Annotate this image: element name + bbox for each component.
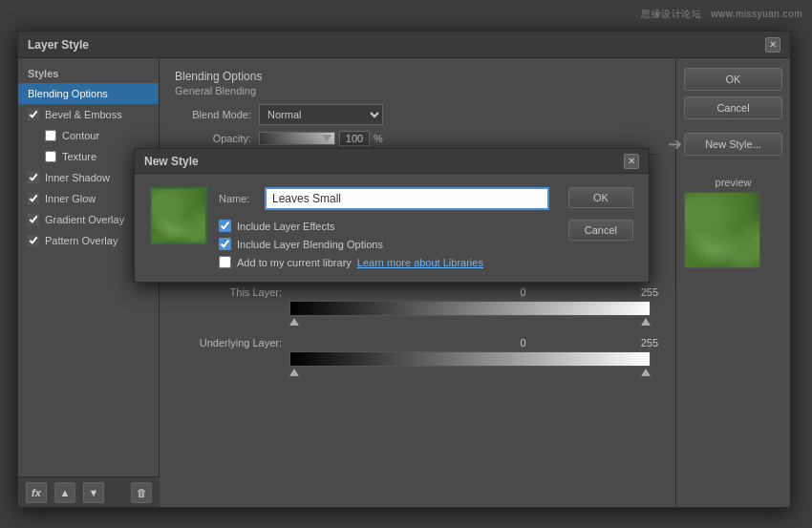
opacity-unit: %	[374, 133, 383, 144]
blending-options-title: Blending Options	[175, 70, 660, 83]
pattern-overlay-label: Pattern Overlay	[45, 235, 118, 246]
this-layer-track[interactable]	[289, 301, 651, 316]
texture-label: Texture	[62, 151, 96, 162]
this-layer-min: 0	[521, 286, 526, 298]
inner-shadow-label: Inner Shadow	[45, 172, 110, 183]
underlying-layer-max: 255	[641, 337, 658, 348]
name-input[interactable]	[265, 187, 549, 210]
underlying-layer-handle-right[interactable]	[641, 369, 651, 376]
include-layer-blending-row: Include Layer Blending Options	[219, 238, 549, 250]
name-row: Name:	[219, 187, 549, 210]
blend-mode-select[interactable]: Normal Dissolve Multiply Screen Overlay	[259, 104, 383, 125]
down-arrow-icon: ▼	[89, 487, 99, 498]
this-layer-track-container	[289, 301, 651, 316]
sidebar-item-blending-options[interactable]: Blending Options	[18, 83, 159, 104]
include-layer-blending-label: Include Layer Blending Options	[237, 239, 383, 250]
new-style-titlebar: New Style ✕	[135, 149, 649, 174]
contour-checkbox[interactable]	[45, 130, 56, 141]
blend-mode-row: Blend Mode: Normal Dissolve Multiply Scr…	[175, 104, 660, 125]
up-arrow-icon: ▲	[60, 487, 71, 498]
delete-button[interactable]: 🗑	[131, 482, 152, 503]
new-style-button[interactable]: New Style...	[684, 133, 782, 156]
preview-thumbnail	[684, 192, 760, 268]
add-to-library-checkbox[interactable]	[219, 256, 231, 268]
this-layer-row: This Layer: 0 255	[175, 286, 660, 326]
this-layer-handle-right[interactable]	[641, 318, 651, 326]
underlying-layer-row: Underlying Layer: 0 255	[175, 337, 660, 376]
opacity-label: Opacity:	[175, 133, 251, 144]
this-layer-handle-left[interactable]	[289, 318, 299, 326]
inner-glow-checkbox[interactable]	[28, 193, 39, 204]
pattern-overlay-checkbox[interactable]	[28, 235, 39, 246]
sidebar: Styles Blending Options Bevel & Emboss C…	[18, 58, 160, 507]
inner-glow-label: Inner Glow	[45, 193, 96, 204]
new-style-btn-group: OK Cancel	[568, 187, 633, 268]
new-style-cancel-button[interactable]: Cancel	[568, 220, 633, 241]
underlying-layer-min: 0	[521, 337, 526, 348]
bottom-toolbar: fx ▲ ▼ 🗑	[18, 476, 160, 507]
general-blending-subtitle: General Blending	[175, 85, 660, 96]
preview-section: preview	[684, 177, 782, 268]
new-style-title: New Style	[144, 155, 199, 168]
fx-icon: fx	[32, 487, 41, 498]
underlying-layer-label-row: Underlying Layer: 0 255	[175, 337, 660, 348]
move-up-button[interactable]: ▲	[54, 482, 75, 503]
new-style-thumbnail	[150, 187, 207, 244]
bevel-emboss-label: Bevel & Emboss	[45, 109, 122, 120]
cancel-button[interactable]: Cancel	[684, 96, 782, 119]
preview-leaves-image	[685, 193, 759, 267]
opacity-container: %	[259, 131, 383, 146]
bevel-emboss-checkbox[interactable]	[28, 109, 39, 120]
move-down-button[interactable]: ▼	[83, 482, 104, 503]
gradient-overlay-checkbox[interactable]	[28, 214, 39, 225]
underlying-layer-label: Underlying Layer:	[177, 337, 282, 348]
gradient-overlay-label: Gradient Overlay	[45, 214, 124, 225]
opacity-input[interactable]	[339, 131, 370, 146]
underlying-layer-track-container	[289, 351, 651, 367]
trash-icon: 🗑	[137, 487, 147, 498]
sidebar-item-contour[interactable]: Contour	[18, 125, 159, 146]
opacity-slider-thumb	[322, 135, 331, 142]
name-label: Name:	[219, 193, 257, 204]
new-style-body: Name: Include Layer Effects Include Laye…	[135, 174, 649, 282]
this-layer-values: 0 255	[521, 286, 658, 298]
blending-options-label: Blending Options	[28, 88, 108, 99]
sidebar-item-bevel-emboss[interactable]: Bevel & Emboss	[18, 104, 159, 125]
underlying-layer-handle-left[interactable]	[289, 369, 299, 376]
new-style-arrow-icon: ➔	[668, 134, 682, 155]
new-style-close-button[interactable]: ✕	[624, 154, 639, 169]
underlying-layer-track[interactable]	[289, 351, 651, 367]
this-layer-max: 255	[641, 286, 658, 298]
include-layer-effects-label: Include Layer Effects	[237, 221, 335, 232]
close-button[interactable]: ✕	[765, 37, 780, 53]
main-content: Blending Options General Blending Blend …	[160, 58, 675, 507]
dialog-body: Styles Blending Options Bevel & Emboss C…	[18, 58, 790, 507]
new-style-dialog: New Style ✕ Name: Include Layer Effects …	[134, 148, 650, 283]
include-layer-blending-checkbox[interactable]	[219, 238, 231, 250]
texture-checkbox[interactable]	[45, 151, 56, 162]
right-panel: OK Cancel ➔ New Style... preview	[675, 58, 790, 507]
sidebar-styles-label: Styles	[18, 64, 159, 83]
watermark: 思缘设计论坛 www.missyuan.com	[641, 8, 802, 21]
this-layer-label-row: This Layer: 0 255	[175, 286, 660, 298]
new-style-form: Name: Include Layer Effects Include Laye…	[219, 187, 549, 268]
inner-shadow-checkbox[interactable]	[28, 172, 39, 183]
include-layer-effects-row: Include Layer Effects	[219, 220, 549, 232]
learn-more-link[interactable]: Learn more about Libraries	[357, 257, 483, 268]
include-layer-effects-checkbox[interactable]	[219, 220, 231, 232]
dialog-titlebar: Layer Style ✕	[18, 32, 790, 58]
gradient-section: This Layer: 0 255	[175, 286, 660, 376]
this-layer-label: This Layer:	[177, 286, 282, 298]
new-style-ok-button[interactable]: OK	[568, 187, 633, 208]
watermark-text1: 思缘设计论坛	[641, 9, 701, 19]
thumbnail-leaves-image	[152, 189, 205, 243]
underlying-layer-values: 0 255	[521, 337, 658, 348]
ok-button[interactable]: OK	[684, 68, 782, 91]
blend-mode-label: Blend Mode:	[175, 109, 251, 120]
fx-button[interactable]: fx	[26, 482, 47, 503]
contour-label: Contour	[62, 130, 99, 141]
opacity-slider-track[interactable]	[259, 132, 335, 145]
preview-label: preview	[684, 177, 782, 188]
library-row: Add to my current library Learn more abo…	[219, 256, 549, 268]
watermark-text2: www.missyuan.com	[711, 9, 802, 19]
